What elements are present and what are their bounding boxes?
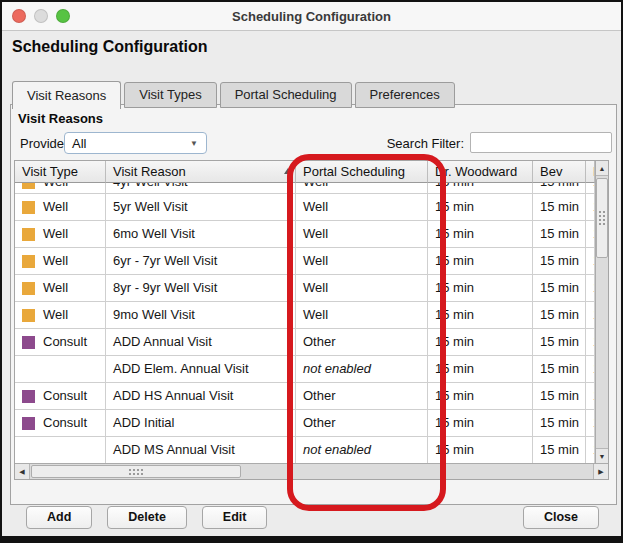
table-row[interactable]: ADD Elem. Annual Visitnot enabled15 min1… [15, 356, 608, 383]
table-row[interactable]: Well5yr Well VisitWell15 min15 min15 min [15, 194, 608, 221]
visit-type-color-swatch [22, 336, 35, 349]
cell-bev: 15 min [533, 410, 586, 437]
table-row[interactable]: ConsultADD HS Annual VisitOther15 min15 … [15, 383, 608, 410]
tab-visit-types[interactable]: Visit Types [124, 82, 216, 108]
cell-f: 15 min [586, 221, 595, 248]
cell-portal-scheduling: Well [296, 194, 428, 221]
table-row[interactable]: ConsultADD Annual VisitOther15 min15 min… [15, 329, 608, 356]
cell-f: 15 min [586, 302, 595, 329]
close-button[interactable]: Close [523, 506, 599, 529]
cell-visit-type: Well [15, 183, 106, 194]
cell-visit-type [15, 437, 106, 464]
cell-bev: 15 min [533, 183, 586, 194]
cell-visit-reason: ADD Elem. Annual Visit [106, 356, 296, 383]
cell-visit-reason: 8yr - 9yr Well Visit [106, 275, 296, 302]
tab-preferences[interactable]: Preferences [355, 82, 455, 108]
cell-visit-type: Well [15, 275, 106, 302]
scroll-left-icon[interactable]: ◀ [15, 464, 30, 479]
cell-portal-scheduling: Well [296, 275, 428, 302]
cell-portal-scheduling: not enabled [296, 437, 428, 464]
horizontal-scrollbar[interactable]: ◀ ▶ [15, 463, 608, 479]
edit-button[interactable]: Edit [202, 506, 268, 529]
column-header-visit-type[interactable]: Visit Type [15, 161, 106, 183]
cell-bev: 15 min [533, 302, 586, 329]
cell-f: 15 min [586, 383, 595, 410]
cell-portal-scheduling: Other [296, 383, 428, 410]
visit-type-color-swatch [22, 201, 35, 214]
visit-type-color-swatch [22, 417, 35, 430]
column-header-bev[interactable]: Bev [533, 161, 586, 183]
column-header-dr-woodward[interactable]: Dr. Woodward [428, 161, 533, 183]
cell-f: 15 min [586, 248, 595, 275]
horizontal-scrollbar-thumb[interactable] [31, 465, 241, 478]
cell-bev: 15 min [533, 248, 586, 275]
table-row[interactable]: Well4yr Well VisitWell15 min15 min15 min [15, 183, 608, 194]
vertical-scrollbar[interactable]: ▲ ▼ [595, 161, 608, 463]
cell-portal-scheduling: Other [296, 410, 428, 437]
cell-visit-type: Consult [15, 383, 106, 410]
visit-type-color-swatch [22, 183, 35, 189]
cell-f: 15 min [586, 329, 595, 356]
vertical-scrollbar-thumb[interactable] [596, 178, 608, 258]
cell-dr-woodward: 15 min [428, 383, 533, 410]
cell-f: 15 min [586, 437, 595, 464]
cell-visit-reason: ADD HS Annual Visit [106, 383, 296, 410]
cell-visit-reason: ADD Annual Visit [106, 329, 296, 356]
provider-dropdown[interactable]: All ▼ [64, 132, 207, 154]
cell-portal-scheduling: Well [296, 183, 428, 194]
cell-portal-scheduling: Well [296, 302, 428, 329]
cell-bev: 15 min [533, 383, 586, 410]
cell-dr-woodward: 15 min [428, 275, 533, 302]
table-row[interactable]: ADD MS Annual Visitnot enabled15 min15 m… [15, 437, 608, 464]
delete-button[interactable]: Delete [107, 506, 187, 529]
visit-type-color-swatch [22, 390, 35, 403]
table-row[interactable]: Well9mo Well VisitWell15 min15 min15 min [15, 302, 608, 329]
page-title: Scheduling Configuration [12, 38, 208, 56]
window-title: Scheduling Configuration [2, 9, 621, 24]
column-header-f[interactable]: F [586, 161, 595, 183]
table-row[interactable]: Well6yr - 7yr Well VisitWell15 min15 min… [15, 248, 608, 275]
column-header-visit-reason[interactable]: Visit Reason [106, 161, 296, 183]
visit-type-color-swatch [22, 255, 35, 268]
cell-bev: 15 min [533, 275, 586, 302]
search-filter-input[interactable] [470, 132, 612, 153]
cell-visit-reason: 4yr Well Visit [106, 183, 296, 194]
search-filter-label: Search Filter: [372, 136, 464, 151]
scroll-down-icon[interactable]: ▼ [596, 448, 608, 463]
table-row[interactable]: Well6mo Well VisitWell15 min15 min15 min [15, 221, 608, 248]
cell-f: 15 min [586, 183, 595, 194]
cell-visit-type: Consult [15, 410, 106, 437]
cell-f: 15 min [586, 275, 595, 302]
cell-visit-reason: ADD MS Annual Visit [106, 437, 296, 464]
cell-dr-woodward: 15 min [428, 302, 533, 329]
cell-dr-woodward: 15 min [428, 221, 533, 248]
cell-visit-reason: 6mo Well Visit [106, 221, 296, 248]
tab-bar: Visit Reasons Visit Types Portal Schedul… [12, 80, 458, 108]
cell-visit-type [15, 356, 106, 383]
cell-visit-type: Well [15, 302, 106, 329]
column-header-portal-scheduling[interactable]: Portal Scheduling [296, 161, 428, 183]
cell-f: 15 min [586, 194, 595, 221]
chevron-down-icon: ▼ [190, 139, 206, 148]
cell-dr-woodward: 15 min [428, 248, 533, 275]
cell-visit-type: Well [15, 221, 106, 248]
scheduling-configuration-window: Scheduling Configuration Scheduling Conf… [0, 0, 623, 543]
cell-portal-scheduling: not enabled [296, 356, 428, 383]
visit-type-color-swatch [22, 309, 35, 322]
scroll-right-icon[interactable]: ▶ [593, 464, 608, 479]
cell-bev: 15 min [533, 329, 586, 356]
tab-visit-reasons[interactable]: Visit Reasons [12, 81, 121, 109]
table-body: Well4yr Well VisitWell15 min15 min15 min… [15, 183, 608, 464]
cell-portal-scheduling: Well [296, 221, 428, 248]
thumb-grip-icon [598, 210, 606, 226]
cell-bev: 15 min [533, 221, 586, 248]
table-row[interactable]: Well8yr - 9yr Well VisitWell15 min15 min… [15, 275, 608, 302]
cell-visit-type: Consult [15, 329, 106, 356]
scroll-up-icon[interactable]: ▲ [596, 161, 608, 176]
table-row[interactable]: ConsultADD InitialOther15 min15 min15 mi… [15, 410, 608, 437]
add-button[interactable]: Add [26, 506, 92, 529]
visit-reasons-table: Visit TypeVisit ReasonPortal SchedulingD… [14, 160, 609, 480]
tab-portal-scheduling[interactable]: Portal Scheduling [220, 82, 352, 108]
cell-f: 15 min [586, 410, 595, 437]
cell-visit-reason: 5yr Well Visit [106, 194, 296, 221]
